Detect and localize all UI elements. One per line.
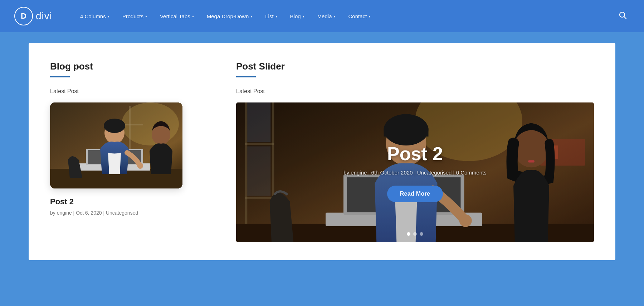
blog-post-image[interactable] bbox=[50, 102, 182, 188]
logo-icon: D bbox=[14, 7, 33, 25]
nav-item-contact[interactable]: Contact ▾ bbox=[342, 0, 377, 32]
logo[interactable]: D divi bbox=[14, 7, 52, 25]
chevron-down-icon: ▾ bbox=[369, 14, 370, 18]
post-slider-underline bbox=[236, 76, 256, 77]
post-slider-title: Post Slider bbox=[236, 61, 594, 72]
blog-latest-label: Latest Post bbox=[50, 88, 215, 95]
main-container: Blog post Latest Post bbox=[0, 32, 644, 282]
slider-post-heading: Post 2 bbox=[387, 143, 443, 164]
blog-post-image-scene bbox=[50, 102, 182, 188]
post-slider[interactable]: Post 2 by engine | 6th October 2020 | Un… bbox=[236, 102, 594, 242]
nav-item-products[interactable]: Products ▾ bbox=[116, 0, 153, 32]
chevron-down-icon: ▾ bbox=[275, 14, 277, 18]
nav-item-vertical-tabs[interactable]: Vertical Tabs ▾ bbox=[153, 0, 200, 32]
nav-item-blog[interactable]: Blog ▾ bbox=[284, 0, 311, 32]
svg-point-13 bbox=[137, 163, 143, 169]
chevron-down-icon: ▾ bbox=[192, 14, 194, 18]
search-icon[interactable] bbox=[616, 9, 630, 24]
blog-post-title: Blog post bbox=[50, 61, 215, 72]
chevron-down-icon: ▾ bbox=[250, 14, 252, 18]
chevron-down-icon: ▾ bbox=[303, 14, 304, 18]
svg-point-12 bbox=[104, 119, 125, 133]
post-slider-section: Post Slider Latest Post bbox=[236, 61, 594, 242]
navbar: D divi 4 Columns ▾ Products ▾ Vertical T… bbox=[0, 0, 644, 32]
content-card: Blog post Latest Post bbox=[29, 43, 615, 260]
nav-item-4columns[interactable]: 4 Columns ▾ bbox=[74, 0, 116, 32]
blog-post-meta: by engine | Oct 6, 2020 | Uncategorised bbox=[50, 210, 215, 216]
slider-overlay: Post 2 by engine | 6th October 2020 | Un… bbox=[236, 102, 594, 242]
slider-latest-label: Latest Post bbox=[236, 88, 594, 95]
nav-item-list[interactable]: List ▾ bbox=[259, 0, 283, 32]
slider-dot-1[interactable] bbox=[407, 232, 410, 236]
svg-line-1 bbox=[624, 16, 626, 19]
blog-post-section: Blog post Latest Post bbox=[50, 61, 215, 242]
slider-post-meta: by engine | 6th October 2020 | Uncategor… bbox=[343, 169, 486, 176]
chevron-down-icon: ▾ bbox=[333, 14, 335, 18]
slider-dot-2[interactable] bbox=[413, 232, 417, 236]
nav-item-media[interactable]: Media ▾ bbox=[311, 0, 342, 32]
slider-dot-3[interactable] bbox=[420, 232, 423, 236]
chevron-down-icon: ▾ bbox=[108, 14, 109, 18]
blog-post-underline bbox=[50, 76, 70, 77]
read-more-button[interactable]: Read More bbox=[387, 186, 443, 202]
nav-item-mega-dropdown[interactable]: Mega Drop-Down ▾ bbox=[200, 0, 259, 32]
blog-post-heading: Post 2 bbox=[50, 197, 215, 206]
nav-menu: 4 Columns ▾ Products ▾ Vertical Tabs ▾ M… bbox=[74, 0, 616, 32]
slider-dots bbox=[407, 232, 423, 236]
logo-text: divi bbox=[36, 10, 52, 22]
chevron-down-icon: ▾ bbox=[145, 14, 147, 18]
